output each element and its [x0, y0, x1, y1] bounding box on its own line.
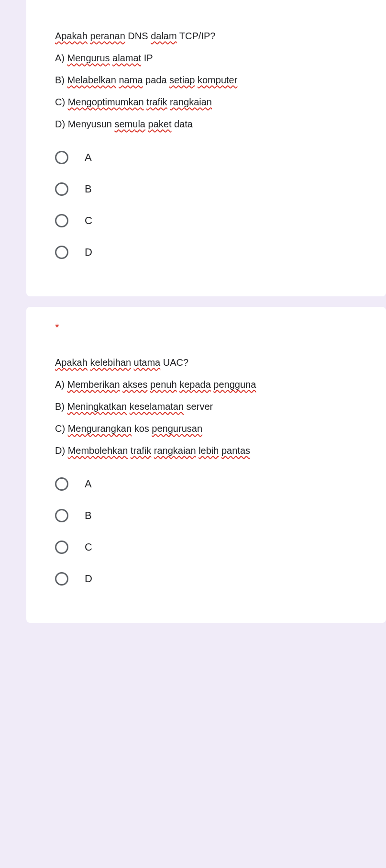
text-segment: A) [55, 379, 67, 390]
question-line: A) Mengurus alamat IP [55, 51, 372, 66]
text-segment: data [171, 119, 192, 129]
option-label: C [85, 214, 92, 227]
required-indicator: * [55, 321, 372, 334]
options-group: ABCD [55, 151, 372, 259]
text-segment: rangkaian [170, 97, 212, 107]
text-segment: akses [122, 379, 147, 390]
text-segment: Meningkatkan [67, 401, 127, 412]
question-line: A) Memberikan akses penuh kepada penggun… [55, 377, 372, 392]
option-label: D [85, 246, 92, 259]
option-label: A [85, 478, 92, 490]
text-segment: peranan [90, 31, 125, 41]
text-segment: pengurusan [152, 423, 202, 434]
radio-option[interactable]: A [55, 477, 372, 491]
text-segment: penuh [150, 379, 177, 390]
question-text-block: Apakah kelebihan utama UAC?A) Memberikan… [55, 355, 372, 458]
radio-option[interactable]: B [55, 509, 372, 522]
text-segment: keselamatan [130, 401, 184, 412]
text-segment: DNS [125, 31, 151, 41]
text-segment: kelebihan [90, 357, 131, 368]
option-label: B [85, 509, 92, 522]
text-segment: Apakah [55, 31, 88, 41]
text-segment: Mengoptimumkan [68, 97, 144, 107]
radio-option[interactable]: D [55, 572, 372, 586]
option-label: C [85, 541, 92, 553]
option-label: D [85, 573, 92, 585]
question-line: D) Membolehkan trafik rangkaian lebih pa… [55, 443, 372, 458]
text-segment: lebih [199, 445, 219, 456]
question-line: B) Melabelkan nama pada setiap komputer [55, 73, 372, 88]
radio-icon [55, 572, 68, 586]
radio-icon [55, 509, 68, 522]
question-card: *Apakah kelebihan utama UAC?A) Memberika… [26, 307, 386, 623]
text-segment: pantas [221, 445, 250, 456]
radio-icon [55, 477, 68, 491]
text-segment: Membolehkan [68, 445, 128, 456]
text-segment: server [184, 401, 213, 412]
text-segment: paket [148, 119, 172, 129]
radio-icon [55, 541, 68, 554]
text-segment: B) [55, 401, 67, 412]
text-segment: C) [55, 97, 68, 107]
question-card: Apakah peranan DNS dalam TCP/IP?A) Mengu… [26, 0, 386, 296]
options-group: ABCD [55, 477, 372, 586]
text-segment: komputer [198, 75, 237, 85]
question-line: D) Menyusun semula paket data [55, 117, 372, 132]
radio-option[interactable]: D [55, 246, 372, 259]
text-segment: trafik [131, 445, 151, 456]
text-segment: utama [134, 357, 161, 368]
text-segment: B) [55, 75, 67, 85]
option-label: A [85, 151, 92, 164]
text-segment: Mengurus [67, 53, 110, 63]
text-segment: TCP/IP? [177, 31, 216, 41]
question-line: B) Meningkatkan keselamatan server [55, 399, 372, 414]
question-line: C) Mengoptimumkan trafik rangkaian [55, 95, 372, 110]
question-line: C) Mengurangkan kos pengurusan [55, 421, 372, 436]
text-segment: C) [55, 423, 68, 434]
text-segment: Melabelkan [67, 75, 116, 85]
radio-option[interactable]: C [55, 214, 372, 227]
text-segment: nama [119, 75, 143, 85]
text-segment: dalam [151, 31, 176, 41]
text-segment: Memberikan [67, 379, 120, 390]
question-text-block: Apakah peranan DNS dalam TCP/IP?A) Mengu… [55, 29, 372, 132]
radio-icon [55, 214, 68, 227]
text-segment: IP [141, 53, 153, 63]
text-segment: rangkaian [154, 445, 196, 456]
radio-option[interactable]: B [55, 182, 372, 196]
text-segment: UAC? [160, 357, 188, 368]
text-segment: Mengurangkan [68, 423, 132, 434]
text-segment: semula [115, 119, 145, 129]
text-segment: Apakah [55, 357, 88, 368]
text-segment: trafik [146, 97, 167, 107]
text-segment: D) [55, 445, 68, 456]
option-label: B [85, 183, 92, 195]
text-segment: kos [132, 423, 152, 434]
radio-icon [55, 182, 68, 196]
text-segment: pada [143, 75, 169, 85]
radio-icon [55, 151, 68, 164]
question-line: Apakah peranan DNS dalam TCP/IP? [55, 29, 372, 44]
question-line: Apakah kelebihan utama UAC? [55, 355, 372, 370]
text-segment: alamat [112, 53, 141, 63]
radio-option[interactable]: A [55, 151, 372, 164]
text-segment: setiap [169, 75, 195, 85]
text-segment: pengguna [213, 379, 256, 390]
text-segment: A) [55, 53, 67, 63]
text-segment: D) Menyusun [55, 119, 115, 129]
radio-icon [55, 246, 68, 259]
radio-option[interactable]: C [55, 541, 372, 554]
text-segment: kepada [179, 379, 211, 390]
